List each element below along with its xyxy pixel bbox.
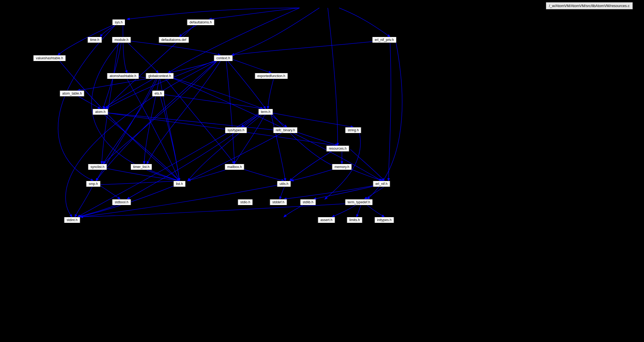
- node-sys_h[interactable]: sys.h: [112, 19, 125, 25]
- node-memory_h[interactable]: memory.h: [332, 164, 352, 170]
- node-atom_h[interactable]: atom.h: [93, 109, 108, 115]
- node-stdio_h[interactable]: stdio.h: [238, 199, 253, 205]
- node-erl_nif_priv_h[interactable]: erl_nif_priv.h: [372, 37, 396, 43]
- node-stddef_h[interactable]: stddef.h: [270, 199, 287, 205]
- node-synclist_h[interactable]: synclist.h: [88, 164, 107, 170]
- node-context_h[interactable]: context.h: [214, 55, 233, 61]
- node-stdint_h[interactable]: stdint.h: [64, 217, 80, 223]
- node-limits_h[interactable]: limits.h: [347, 217, 362, 223]
- node-utils_h[interactable]: utils.h: [277, 181, 291, 187]
- node-valueshashtable_h[interactable]: valueshashtable.h: [33, 55, 66, 61]
- node-module_h[interactable]: module.h: [112, 37, 131, 43]
- node-list_h[interactable]: list.h: [174, 181, 186, 187]
- node-sys_types_h[interactable]: sys/types.h: [225, 127, 247, 133]
- node-atomshashtable_h[interactable]: atomshashtable.h: [107, 73, 139, 79]
- file-title: /_w/AtomVM/AtomVM/src/libAtomVM/resource…: [546, 2, 633, 9]
- node-timer_list_h[interactable]: timer_list.h: [131, 164, 152, 170]
- node-erl_nif_h[interactable]: erl_nif.h: [373, 181, 390, 187]
- node-string_h[interactable]: string.h: [345, 127, 361, 133]
- node-stdlib_h[interactable]: stdlib.h: [300, 199, 316, 205]
- node-time_h[interactable]: time.h: [88, 37, 102, 43]
- node-mailbox_h[interactable]: mailbox.h: [225, 164, 244, 170]
- node-defaultatoms_h[interactable]: defaultatoms.h: [187, 19, 214, 25]
- node-defaultatoms_def[interactable]: defaultatoms.def: [159, 37, 189, 43]
- node-refc_binary_h[interactable]: refc_binary.h: [273, 127, 298, 133]
- node-exportedfunction_h[interactable]: exportedfunction.h: [255, 73, 288, 79]
- node-atom_table_h[interactable]: atom_table.h: [60, 90, 84, 97]
- node-stdbool_h[interactable]: stdbool.h: [112, 199, 131, 205]
- node-term_h[interactable]: term.h: [258, 109, 273, 115]
- node-assert_h[interactable]: assert.h: [318, 217, 335, 223]
- node-globalcontext_h[interactable]: globalcontext.h: [146, 73, 174, 79]
- node-resources_h[interactable]: resources.h: [326, 145, 349, 152]
- node-ets_h[interactable]: ets.h: [152, 90, 164, 97]
- node-smp_h[interactable]: smp.h: [86, 181, 101, 187]
- node-term_typedef_h[interactable]: term_typedef.h: [345, 199, 373, 205]
- node-inttypes_h[interactable]: inttypes.h: [374, 217, 394, 223]
- dependency-graph: [0, 0, 644, 342]
